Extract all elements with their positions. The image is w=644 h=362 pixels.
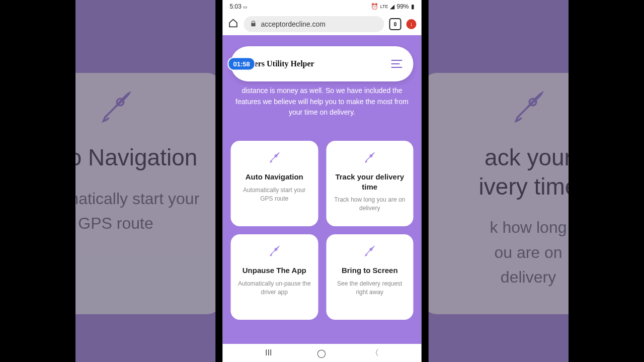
phone-frame: 5:03 ▭ ⏰ LTE ◢ 99% ▮ acceptordecli [216,0,429,362]
home-icon[interactable] [228,18,239,31]
page-content: Drivers Utility Helper 01:58 distance is… [223,35,422,344]
recent-apps-button[interactable]: III [265,348,272,357]
menu-icon[interactable] [391,60,403,68]
signal-icon: ◢ [390,3,394,10]
site-nav: Drivers Utility Helper 01:58 [231,46,414,81]
card-track-delivery-time[interactable]: Track your delivery time Track how long … [326,141,414,226]
rocket-icon [267,243,282,260]
camera-icon: ▭ [243,5,248,10]
battery-percent: 99% [396,3,409,10]
card-title: Track your delivery time [332,172,408,192]
tabs-icon[interactable]: 0 [389,18,401,30]
lte-label: LTE [380,4,388,9]
card-bring-to-screen[interactable]: Bring to Screen See the delivery request… [326,234,414,320]
card-title: Unpause The App [237,265,312,276]
download-icon[interactable]: ↓ [407,19,417,29]
android-nav: III ◯ 〈 [223,344,422,362]
intro-text: distance is money as well. So we have in… [232,85,413,118]
status-time: 5:03 [230,3,242,10]
card-desc: Automatically un-pause the driver app [237,280,312,297]
card-title: Bring to Screen [332,265,408,276]
battery-icon: ▮ [411,3,415,10]
rocket-icon [267,150,282,167]
feature-grid: Auto Navigation Automatically start your… [231,141,414,320]
rocket-icon [362,150,377,167]
lock-icon [250,20,257,29]
card-desc: See the delivery request right away [332,280,408,297]
browser-bar: acceptordecline.com 0 ↓ [223,13,422,35]
home-button[interactable]: ◯ [317,348,326,358]
url-text: acceptordecline.com [261,20,326,28]
rocket-icon [362,243,377,260]
video-timer: 01:58 [228,57,256,71]
back-button[interactable]: 〈 [371,348,379,358]
card-desc: Track how long you are on delivery [332,196,408,213]
status-bar: 5:03 ▭ ⏰ LTE ◢ 99% ▮ [223,0,422,13]
alarm-icon: ⏰ [371,3,378,10]
url-bar[interactable]: acceptordecline.com [244,16,384,32]
card-title: Auto Navigation [237,172,312,182]
card-auto-navigation[interactable]: Auto Navigation Automatically start your… [231,141,318,226]
card-desc: Automatically start your GPS route [237,186,312,204]
card-unpause-app[interactable]: Unpause The App Automatically un-pause t… [231,234,318,320]
